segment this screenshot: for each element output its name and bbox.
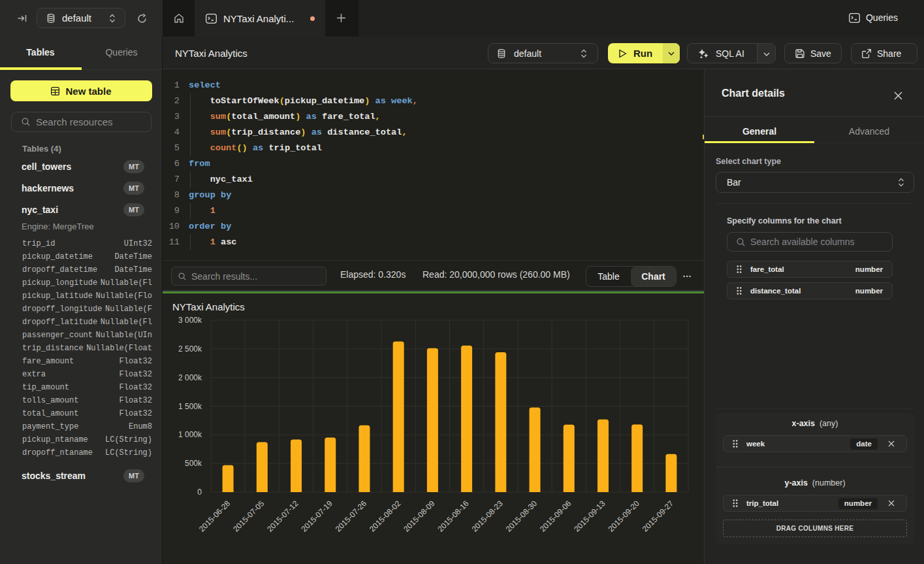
svg-text:2015-08-09: 2015-08-09: [402, 499, 437, 534]
svg-text:2015-08-02: 2015-08-02: [368, 499, 403, 534]
svg-text:3 000k: 3 000k: [178, 316, 202, 325]
svg-text:1 000k: 1 000k: [178, 430, 202, 439]
svg-text:2015-08-30: 2015-08-30: [504, 499, 539, 534]
svg-text:2015-09-13: 2015-09-13: [572, 499, 607, 534]
svg-text:2015-07-05: 2015-07-05: [231, 499, 266, 534]
svg-text:0: 0: [197, 488, 202, 497]
svg-text:2015-07-19: 2015-07-19: [300, 499, 335, 534]
svg-text:NYTaxi Analytics: NYTaxi Analytics: [172, 301, 245, 312]
svg-text:2015-07-12: 2015-07-12: [265, 499, 300, 534]
svg-text:2015-09-06: 2015-09-06: [538, 499, 573, 534]
svg-text:2015-07-26: 2015-07-26: [334, 499, 369, 534]
svg-text:1 500k: 1 500k: [178, 402, 202, 411]
svg-text:2 500k: 2 500k: [178, 344, 202, 354]
svg-text:2 000k: 2 000k: [178, 373, 202, 382]
svg-text:2015-06-28: 2015-06-28: [197, 499, 232, 534]
svg-text:2015-09-27: 2015-09-27: [641, 499, 676, 534]
svg-text:2015-08-23: 2015-08-23: [470, 499, 505, 534]
svg-text:2015-09-20: 2015-09-20: [606, 499, 641, 534]
svg-text:500k: 500k: [185, 459, 202, 468]
svg-text:2015-08-16: 2015-08-16: [436, 499, 471, 534]
